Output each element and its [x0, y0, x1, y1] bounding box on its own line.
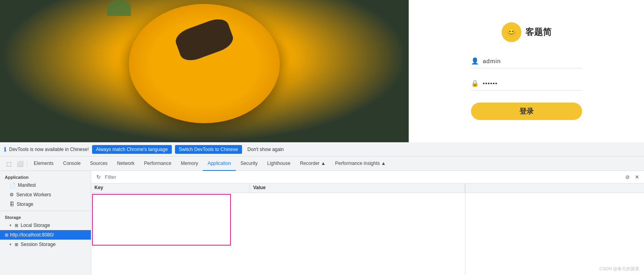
device-toolbar-button[interactable]: ⬜ [14, 158, 25, 169]
sidebar-local-storage-url[interactable]: ⊞ http://localhost:8080/ [0, 230, 91, 240]
food-center [173, 15, 236, 64]
tab-sources[interactable]: Sources [85, 157, 112, 171]
storage-label: Storage [17, 201, 33, 207]
url-storage-icon: ⊞ [5, 232, 8, 238]
sidebar-session-storage[interactable]: ▾ ⊞ Session Storage [0, 240, 91, 249]
plant-decoration [107, 0, 131, 16]
pink-highlight-box [92, 194, 231, 246]
username-field[interactable]: 👤 admin [471, 54, 582, 68]
tab-performance-insights[interactable]: Performance insights ▲ [331, 157, 391, 171]
tab-security[interactable]: Security [236, 157, 262, 171]
username-value: admin [483, 58, 501, 64]
sidebar-scroll: Application 📄 Manifest ⚙ Service Workers… [0, 172, 91, 275]
tab-divider [27, 161, 27, 167]
info-icon: ℹ [4, 146, 6, 153]
login-button[interactable]: 登录 [471, 103, 582, 120]
devtools-content: Application 📄 Manifest ⚙ Service Workers… [0, 171, 644, 275]
sidebar-item-service-workers[interactable]: ⚙ Service Workers [0, 190, 91, 199]
devtools-notification-bar: ℹ DevTools is now available in Chinese! … [0, 142, 644, 157]
close-filter-button[interactable]: ✕ [633, 173, 641, 181]
table-area: Key Value [91, 184, 644, 275]
food-bowl [129, 4, 280, 123]
local-storage-url-label: http://localhost:8080/ [10, 232, 54, 238]
data-table: Key Value [91, 184, 465, 275]
filter-bar: ↻ ⊘ ✕ [91, 171, 644, 184]
session-storage-icon: ⊞ [15, 242, 18, 247]
dont-show-again-button[interactable]: Don't show again [245, 145, 286, 154]
tab-recorder[interactable]: Recorder ▲ [295, 157, 331, 171]
value-panel-header [465, 184, 644, 193]
local-storage-label: Local Storage [21, 223, 50, 228]
notification-text: DevTools is now available in Chinese! [9, 147, 89, 152]
table-body[interactable] [91, 193, 465, 275]
session-expand-icon: ▾ [10, 242, 12, 246]
value-header: Value [250, 184, 465, 193]
storage-section-title: Storage [0, 213, 91, 221]
tab-lighthouse[interactable]: Lighthouse [262, 157, 295, 171]
food-image-area [0, 0, 409, 142]
sidebar-local-storage[interactable]: ▾ ⊞ Local Storage [0, 221, 91, 230]
match-language-button[interactable]: Always match Chrome's language [92, 145, 172, 154]
csdn-watermark: CSDN @春天的菠菜 [600, 266, 639, 272]
expand-arrow-icon: ▾ [10, 223, 12, 227]
lock-icon: 🔒 [471, 79, 479, 87]
clear-filter-button[interactable]: ⊘ [623, 173, 631, 181]
value-panel-body [465, 193, 644, 275]
key-header: Key [91, 184, 250, 193]
devtools-tabs-bar: ⬚ ⬜ Elements Console Sources Network Per… [0, 157, 644, 171]
local-storage-icon: ⊞ [15, 223, 18, 228]
manifest-label: Manifest [18, 182, 36, 188]
devtools-sidebar: Application 📄 Manifest ⚙ Service Workers… [0, 171, 91, 275]
tab-memory[interactable]: Memory [176, 157, 203, 171]
switch-chinese-button[interactable]: Switch DevTools to Chinese [175, 145, 242, 154]
sidebar-item-storage[interactable]: 🗄 Storage [0, 199, 91, 209]
tab-console[interactable]: Console [58, 157, 85, 171]
password-value: •••••• [483, 80, 498, 87]
password-field[interactable]: 🔒 •••••• [471, 76, 582, 91]
value-preview-panel [465, 184, 644, 275]
webpage-area: 😊 客题简 👤 admin 🔒 •••••• 登录 [0, 0, 644, 142]
app-section-title: Application [0, 172, 91, 180]
logo-area: 😊 客题简 [502, 22, 552, 42]
service-workers-icon: ⚙ [10, 192, 14, 198]
tab-network[interactable]: Network [112, 157, 139, 171]
filter-actions: ⊘ ✕ [623, 173, 641, 181]
login-area: 😊 客题简 👤 admin 🔒 •••••• 登录 [409, 0, 644, 142]
logo-text: 客题简 [525, 26, 552, 38]
filter-input[interactable] [105, 174, 621, 180]
tab-application[interactable]: Application [203, 157, 236, 171]
storage-icon: 🗄 [10, 201, 14, 207]
service-workers-label: Service Workers [16, 192, 51, 198]
sidebar-item-manifest[interactable]: 📄 Manifest [0, 180, 91, 190]
user-icon: 👤 [471, 57, 479, 65]
food-background [0, 0, 409, 142]
sidebar-separator [0, 211, 91, 211]
refresh-button[interactable]: ↻ [94, 173, 102, 181]
table-header: Key Value [91, 184, 465, 193]
tab-performance[interactable]: Performance [139, 157, 176, 171]
inspect-icon-button[interactable]: ⬚ [3, 158, 14, 169]
logo-icon: 😊 [502, 22, 521, 42]
manifest-icon: 📄 [10, 182, 15, 188]
session-storage-label: Session Storage [21, 242, 56, 247]
main-panel: ↻ ⊘ ✕ Key Value [91, 171, 644, 275]
tab-elements[interactable]: Elements [29, 157, 58, 171]
